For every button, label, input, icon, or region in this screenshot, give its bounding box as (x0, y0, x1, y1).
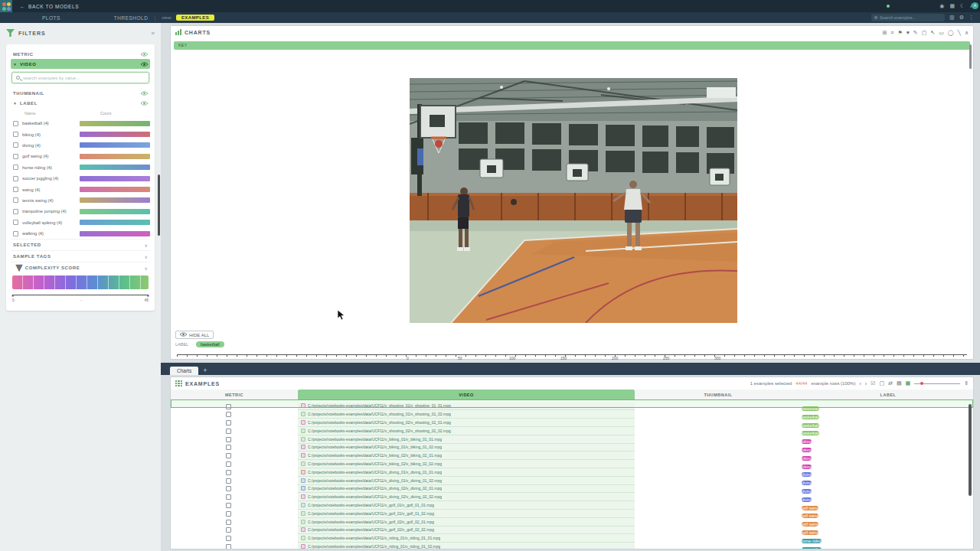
value-checkbox[interactable] (301, 527, 305, 532)
theme-moon-icon[interactable]: ☾ (960, 3, 965, 9)
video-path-cell[interactable]: C:/projects/notebooks-examples/data/UCF1… (298, 427, 635, 435)
row-checkbox[interactable] (226, 486, 231, 491)
table-row[interactable]: C:/projects/notebooks-examples/data/UCF1… (171, 399, 973, 408)
row-height-slider[interactable] (914, 383, 960, 384)
row-small-icon[interactable]: ▤ (897, 380, 902, 386)
video-path-cell[interactable]: C:/projects/notebooks-examples/data/UCF1… (298, 510, 635, 518)
video-path-cell[interactable]: C:/projects/notebooks-examples/data/UCF1… (298, 485, 635, 494)
value-checkbox[interactable] (301, 478, 305, 483)
video-path-cell[interactable]: C:/projects/notebooks-examples/data/UCF1… (298, 493, 635, 501)
video-path-cell[interactable]: C:/projects/notebooks-examples/data/UCF1… (298, 444, 635, 452)
ellipse-select-icon[interactable]: ◯ (948, 29, 954, 36)
label-checkbox[interactable] (13, 121, 18, 126)
filter-section-metric[interactable]: METRIC (11, 49, 150, 59)
settings-icon[interactable]: ⚙ (959, 15, 964, 21)
row-checkbox[interactable] (226, 478, 231, 484)
line-tool-icon[interactable]: ╲ (958, 29, 961, 36)
video-path-cell[interactable]: C:/projects/notebooks-examples/data/UCF1… (298, 527, 635, 535)
avatar[interactable]: A (972, 2, 978, 9)
video-path-cell[interactable]: C:/projects/notebooks-examples/data/UCF1… (298, 452, 635, 460)
visibility-eye-icon[interactable] (141, 91, 148, 96)
collapse-sidebar-icon[interactable]: « (152, 30, 155, 37)
video-path-cell[interactable]: C:/projects/notebooks-examples/data/UCF1… (298, 468, 635, 477)
chart-scrollbar[interactable] (969, 44, 972, 69)
notifications-icon[interactable]: ◉ (939, 3, 944, 9)
selection-range-bar[interactable]: KEY (174, 41, 970, 50)
label-checkbox[interactable] (13, 187, 18, 192)
row-checkbox[interactable] (226, 527, 231, 533)
video-path-cell[interactable]: C:/projects/notebooks-examples/data/UCF1… (298, 543, 635, 549)
colormap-histogram[interactable] (12, 276, 149, 289)
value-checkbox[interactable] (301, 503, 305, 507)
value-checkbox[interactable] (301, 470, 305, 474)
filter-section-thumbnail[interactable]: THUMBNAIL (11, 88, 150, 98)
view-mode-examples-pill[interactable]: EXAMPLES (176, 15, 214, 21)
prev-page-icon[interactable]: ‹ (859, 381, 861, 386)
row-large-icon[interactable]: ▦ (906, 380, 911, 386)
shuffle-icon[interactable]: ⇄ (888, 380, 893, 386)
value-checkbox[interactable] (301, 520, 305, 524)
next-page-icon[interactable]: › (865, 381, 867, 386)
label-checkbox[interactable] (13, 231, 18, 236)
column-header-video[interactable]: VIDEO (298, 390, 635, 399)
column-header-label[interactable]: LABEL (802, 390, 974, 399)
tab-plots[interactable]: PLOTS (42, 15, 60, 21)
cursor-tool-icon[interactable]: ↖ (930, 29, 935, 36)
rect-select-icon[interactable]: ▭ (939, 29, 944, 36)
label-checkbox[interactable] (13, 142, 18, 148)
collapse-panel-icon[interactable]: ∧ (965, 29, 969, 36)
expand-rows-icon[interactable]: ⇕ (964, 380, 969, 386)
value-checkbox[interactable] (301, 420, 305, 425)
video-path-cell[interactable]: C:/projects/notebooks-examples/data/UCF1… (298, 419, 635, 427)
filter-section-selected[interactable]: SELECTED ∨ (11, 239, 150, 250)
value-checkbox[interactable] (301, 403, 305, 408)
value-checkbox[interactable] (301, 412, 305, 416)
video-path-cell[interactable]: C:/projects/notebooks-examples/data/UCF1… (298, 435, 635, 444)
label-checkbox[interactable] (13, 154, 18, 159)
row-checkbox[interactable] (226, 470, 231, 475)
column-header-metric[interactable]: METRIC (171, 390, 298, 399)
deselect-icon[interactable]: ▢ (879, 380, 884, 386)
row-checkbox[interactable] (226, 404, 231, 409)
value-checkbox[interactable] (301, 437, 305, 442)
row-checkbox[interactable] (226, 511, 231, 517)
value-checkbox[interactable] (301, 494, 305, 499)
list-icon[interactable]: ≡ (890, 29, 893, 36)
value-checkbox[interactable] (301, 536, 305, 540)
row-checkbox[interactable] (226, 544, 231, 549)
hide-all-button[interactable]: HIDE ALL (175, 331, 214, 339)
row-checkbox[interactable] (226, 412, 231, 417)
apps-grid-icon[interactable]: ▦ (949, 3, 955, 9)
edit-icon[interactable]: ✎ (913, 29, 918, 36)
select-all-icon[interactable]: ☑ (871, 380, 875, 386)
sidebar-scrollbar[interactable] (158, 174, 160, 236)
video-path-cell[interactable]: C:/projects/notebooks-examples/data/UCF1… (298, 534, 635, 543)
heart-icon[interactable]: ♥ (906, 29, 910, 36)
column-header-thumbnail[interactable]: THUMBNAIL (635, 390, 802, 399)
back-link[interactable]: ← BACK TO MODELS (20, 4, 79, 9)
value-checkbox[interactable] (301, 461, 305, 466)
label-checkbox[interactable] (13, 132, 18, 137)
range-slider[interactable]: ◂ ▸ 0 - 45 (12, 292, 149, 303)
label-value-chip[interactable]: basketball (196, 341, 224, 347)
row-checkbox[interactable] (226, 420, 231, 425)
visibility-eye-icon[interactable] (141, 101, 148, 106)
row-checkbox[interactable] (226, 437, 231, 442)
video-path-cell[interactable]: C:/projects/notebooks-examples/data/UCF1… (298, 460, 635, 468)
label-checkbox[interactable] (13, 165, 18, 170)
row-checkbox[interactable] (226, 445, 231, 450)
label-checkbox[interactable] (13, 220, 18, 225)
visibility-eye-icon[interactable] (141, 52, 148, 57)
video-path-cell[interactable]: C:/projects/notebooks-examples/data/UCF1… (298, 501, 635, 510)
row-checkbox[interactable] (226, 503, 231, 508)
value-checkbox[interactable] (301, 429, 305, 433)
video-path-cell[interactable]: C:/projects/notebooks-examples/data/UCF1… (298, 477, 635, 485)
layout-icon[interactable]: ▥ (949, 15, 955, 21)
filter-section-video[interactable]: ▼ VIDEO (11, 59, 150, 69)
row-checkbox[interactable] (226, 536, 231, 541)
more-icon[interactable]: ⋮ (969, 15, 974, 21)
video-path-cell[interactable]: C:/projects/notebooks-examples/data/UCF1… (298, 410, 635, 419)
value-checkbox[interactable] (301, 544, 305, 549)
row-checkbox[interactable] (226, 520, 231, 525)
filter-section-complexity[interactable]: ▼ COMPLEXITY SCORE ∨ (11, 262, 150, 273)
